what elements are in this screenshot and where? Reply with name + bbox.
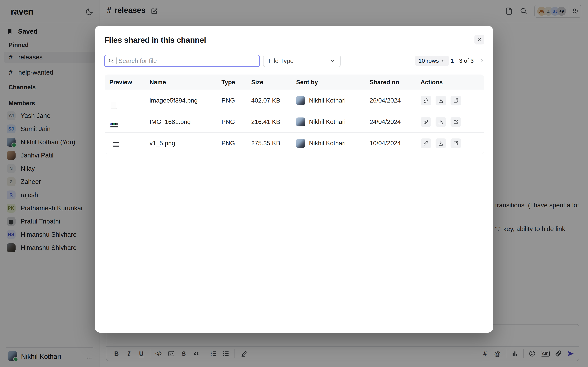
link-icon <box>423 98 429 103</box>
text-caret <box>116 58 116 64</box>
files-table: Preview Name Type Size Sent by Shared on… <box>105 75 484 154</box>
table-body: imagee5f394.png PNG 402.07 KB Nikhil Kot… <box>105 90 484 154</box>
file-name: imagee5f394.png <box>149 97 222 104</box>
file-name: v1_5.png <box>149 140 222 147</box>
file-name: IMG_1681.png <box>149 118 222 125</box>
file-type-select[interactable]: File Type <box>263 55 341 67</box>
sender-name: Nikhil Kothari <box>309 118 346 125</box>
cell-preview <box>109 140 149 147</box>
pagination: 1 - 3 of 3 <box>440 56 484 66</box>
sender-avatar <box>296 96 305 105</box>
table-row: imagee5f394.png PNG 402.07 KB Nikhil Kot… <box>105 90 484 111</box>
external-link-icon <box>453 98 459 103</box>
file-type-label: File Type <box>268 57 294 65</box>
download-icon <box>438 119 444 125</box>
file-size: 216.41 KB <box>251 118 296 125</box>
table-row: v1_5.png PNG 275.35 KB Nikhil Kothari 10… <box>105 133 484 154</box>
download-button[interactable] <box>436 117 446 127</box>
col-name: Name <box>149 79 222 86</box>
download-icon <box>438 98 444 103</box>
file-type: PNG <box>222 118 251 125</box>
rows-per-page-label: 10 rows <box>418 58 439 64</box>
modal-title: Files shared in this channel <box>104 35 206 45</box>
link-icon <box>423 119 429 125</box>
external-link-icon <box>453 140 459 146</box>
file-size: 275.35 KB <box>251 140 296 147</box>
chevron-down-icon <box>329 58 335 64</box>
table-header: Preview Name Type Size Sent by Shared on… <box>105 75 484 90</box>
close-icon <box>477 37 482 42</box>
open-external-button[interactable] <box>450 117 461 127</box>
download-button[interactable] <box>436 96 446 105</box>
cell-actions <box>421 117 484 127</box>
cell-sent-by: Nikhil Kothari <box>296 139 370 148</box>
shared-date: 10/04/2024 <box>370 140 421 147</box>
sender-name: Nikhil Kothari <box>309 140 346 147</box>
open-external-button[interactable] <box>450 96 461 105</box>
col-shared-on: Shared on <box>370 79 421 86</box>
file-size: 402.07 KB <box>251 97 296 104</box>
shared-date: 26/04/2024 <box>370 97 421 104</box>
cell-actions <box>421 138 484 148</box>
col-preview: Preview <box>109 79 149 86</box>
file-search-input[interactable]: Search for file <box>104 55 260 67</box>
cell-sent-by: Nikhil Kothari <box>296 96 370 105</box>
download-icon <box>438 140 444 146</box>
col-sent-by: Sent by <box>296 79 370 86</box>
col-size: Size <box>251 79 296 86</box>
external-link-icon <box>453 119 459 125</box>
col-type: Type <box>222 79 251 86</box>
file-type: PNG <box>222 97 251 104</box>
copy-link-button[interactable] <box>421 117 431 127</box>
search-icon <box>108 58 114 64</box>
shared-date: 24/04/2024 <box>370 118 421 125</box>
sender-avatar <box>296 139 305 148</box>
modal-close-button[interactable] <box>475 35 484 44</box>
prev-page-button[interactable] <box>440 58 445 64</box>
file-type: PNG <box>222 140 251 147</box>
col-actions: Actions <box>421 79 484 86</box>
next-page-button[interactable] <box>479 58 484 64</box>
cell-sent-by: Nikhil Kothari <box>296 117 370 126</box>
sender-avatar <box>296 117 305 126</box>
sender-name: Nikhil Kothari <box>309 97 346 104</box>
copy-link-button[interactable] <box>421 96 431 105</box>
open-external-button[interactable] <box>450 138 461 148</box>
search-placeholder: Search for file <box>118 57 157 65</box>
link-icon <box>423 140 429 146</box>
cell-actions <box>421 96 484 105</box>
files-modal: Files shared in this channel Search for … <box>95 26 493 333</box>
table-row: IMG_1681.png PNG 216.41 KB Nikhil Kothar… <box>105 111 484 133</box>
download-button[interactable] <box>436 138 446 148</box>
pagination-label: 1 - 3 of 3 <box>451 58 474 64</box>
copy-link-button[interactable] <box>421 138 431 148</box>
